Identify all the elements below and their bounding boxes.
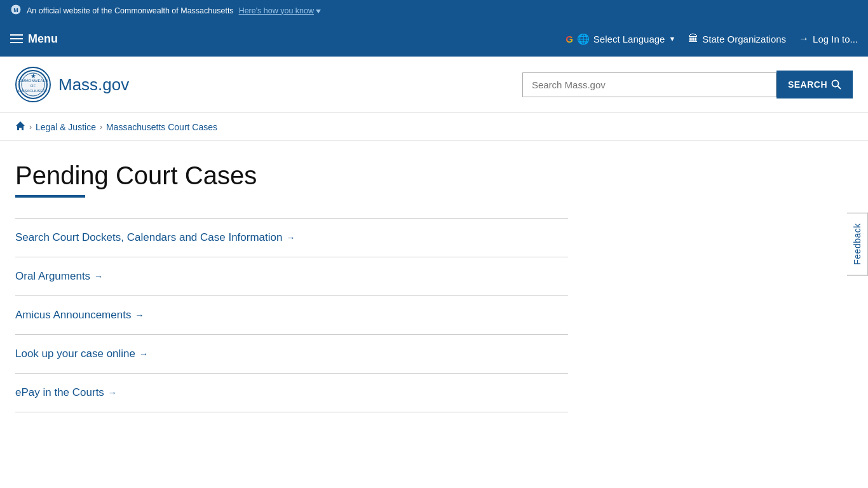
search-icon [831, 79, 841, 90]
site-header: COMMONWEALTH OF MASSACHUSETTS ★ Mass.gov… [0, 57, 868, 113]
svg-text:★: ★ [31, 72, 36, 79]
list-item-link-4[interactable]: ePay in the Courts → [15, 386, 117, 399]
svg-text:M: M [13, 7, 18, 13]
login-icon: → [799, 33, 809, 44]
title-underline [15, 195, 85, 198]
google-translate-button[interactable]: G 🌐 Select Language ▼ [566, 33, 675, 45]
svg-text:OF: OF [31, 84, 36, 88]
chevron-down-icon: ▼ [668, 35, 675, 43]
breadcrumb: › Legal & Justice › Massachusetts Court … [0, 113, 868, 141]
google-g-icon: G [566, 34, 573, 44]
logo-text[interactable]: Mass.gov [58, 75, 129, 95]
nav-right: G 🌐 Select Language ▼ 🏛 State Organizati… [566, 33, 858, 45]
arrow-icon: → [94, 271, 103, 281]
top-banner: M An official website of the Commonwealt… [0, 0, 868, 21]
list-item: Oral Arguments → [15, 257, 568, 295]
feedback-button[interactable]: Feedback [847, 212, 868, 275]
svg-line-9 [837, 86, 841, 89]
search-input[interactable] [522, 72, 776, 97]
arrow-icon: → [135, 310, 144, 320]
breadcrumb-separator-2: › [100, 123, 102, 132]
globe-icon: 🌐 [577, 33, 590, 45]
menu-label: Menu [28, 32, 58, 46]
page-title: Pending Court Cases [15, 161, 811, 190]
search-button-label: SEARCH [788, 79, 827, 90]
breadcrumb-court-cases-link[interactable]: Massachusetts Court Cases [106, 122, 217, 132]
list-item: Amicus Announcements → [15, 295, 568, 334]
hamburger-icon [10, 34, 23, 43]
main-nav: Menu G 🌐 Select Language ▼ 🏛 State Organ… [0, 21, 868, 57]
heres-how-button[interactable]: Here's how you know [239, 6, 321, 15]
list-item-link-2[interactable]: Amicus Announcements → [15, 309, 144, 322]
links-list: Search Court Dockets, Calendars and Case… [15, 218, 568, 412]
logo-seal: COMMONWEALTH OF MASSACHUSETTS ★ [15, 67, 51, 102]
home-icon [15, 123, 25, 133]
log-in-button[interactable]: → Log In to... [799, 33, 858, 44]
list-item-link-1[interactable]: Oral Arguments → [15, 270, 103, 283]
arrow-icon: → [139, 349, 148, 359]
breadcrumb-legal-justice-link[interactable]: Legal & Justice [36, 122, 96, 132]
list-item: Look up your case online → [15, 334, 568, 373]
chevron-down-icon [316, 10, 321, 13]
logo-area: COMMONWEALTH OF MASSACHUSETTS ★ Mass.gov [15, 67, 129, 102]
list-item: ePay in the Courts → [15, 373, 568, 412]
list-item-link-0[interactable]: Search Court Dockets, Calendars and Case… [15, 231, 295, 244]
svg-text:MASSACHUSETTS: MASSACHUSETTS [18, 89, 48, 93]
seal-icon: M [10, 4, 22, 17]
list-item: Search Court Dockets, Calendars and Case… [15, 218, 568, 257]
page-content: Pending Court Cases Search Court Dockets… [0, 141, 826, 433]
breadcrumb-separator-1: › [29, 123, 32, 132]
menu-button[interactable]: Menu [10, 32, 58, 46]
select-language-label: Select Language [593, 34, 665, 44]
breadcrumb-home-link[interactable] [15, 121, 25, 133]
arrow-icon: → [286, 233, 295, 243]
state-organizations-button[interactable]: 🏛 State Organizations [688, 33, 786, 44]
arrow-icon: → [108, 388, 117, 398]
log-in-label: Log In to... [813, 34, 858, 44]
feedback-wrapper: Feedback [847, 212, 868, 275]
search-button[interactable]: SEARCH [776, 71, 853, 98]
building-icon: 🏛 [688, 33, 698, 44]
state-organizations-label: State Organizations [702, 34, 786, 44]
official-text: An official website of the Commonwealth … [27, 6, 234, 15]
search-area: SEARCH [522, 71, 853, 98]
list-item-link-3[interactable]: Look up your case online → [15, 348, 148, 360]
